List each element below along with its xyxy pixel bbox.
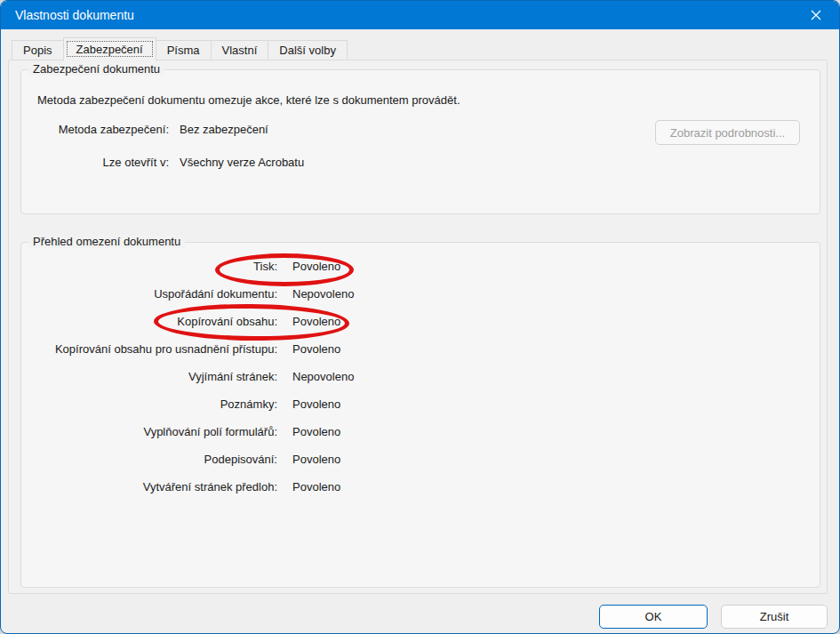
restriction-row-copying-accessibility: Kopírování obsahu pro usnadnění přístupu… [37,342,354,370]
security-groupbox-title: Zabezpečení dokumentu [28,62,164,76]
restrictions-groupbox-title: Přehled omezení dokumentu [28,235,185,248]
tab-pisma[interactable]: Písma [156,40,212,60]
restriction-row-template-pages: Vytváření stránek předloh: Povoleno [37,480,354,508]
dialog-title: Vlastnosti dokumentu [15,8,134,22]
tab-zabezpeceni[interactable]: Zabezpečení [63,37,156,60]
restriction-row-page-extraction: Vyjímání stránek: Nepovoleno [37,370,354,397]
security-method-label: Metoda zabezpečení: [37,123,169,136]
close-icon [811,10,821,20]
security-method-row: Metoda zabezpečení: Bez zabezpečení [37,123,268,136]
restriction-row-form-filling: Vyplňování polí formulářů: Povoleno [37,425,354,453]
security-groupbox: Zabezpečení dokumentu Metoda zabezpečení… [20,69,820,214]
titlebar: Vlastnosti dokumentu [1,1,839,29]
restriction-row-document-assembly: Uspořádání dokumentu: Nepovoleno [37,287,354,315]
can-open-in-row: Lze otevřít v: Všechny verze Acrobatu [37,156,304,169]
tab-strip: Popis Zabezpečení Písma Vlastní Další vo… [12,37,348,60]
restriction-row-content-copying: Kopírování obsahu: Povoleno [37,315,354,342]
tab-dalsi-volby[interactable]: Další volby [268,40,348,60]
restriction-row-commenting: Poznámky: Povoleno [37,397,354,425]
close-button[interactable] [796,1,836,29]
document-properties-dialog: Vlastnosti dokumentu Popis Zabezpečení P… [0,0,840,634]
restrictions-rows: Tisk: Povoleno Uspořádání dokumentu: Nep… [37,260,354,508]
can-open-in-label: Lze otevřít v: [37,156,169,169]
can-open-in-value: Všechny verze Acrobatu [180,156,304,169]
tab-popis[interactable]: Popis [12,40,64,60]
show-details-button[interactable]: Zobrazit podrobnosti... [655,120,800,145]
restriction-row-signing: Podepisování: Povoleno [37,453,354,480]
restrictions-groupbox: Přehled omezení dokumentu Tisk: Povoleno… [20,242,820,588]
security-description: Metoda zabezpečení dokumentu omezuje akc… [37,93,460,107]
tab-vlastni[interactable]: Vlastní [211,40,269,60]
cancel-button[interactable]: Zrušit [721,605,828,629]
security-method-value: Bez zabezpečení [180,123,268,136]
restriction-row-printing: Tisk: Povoleno [37,260,354,287]
ok-button[interactable]: OK [599,605,708,629]
